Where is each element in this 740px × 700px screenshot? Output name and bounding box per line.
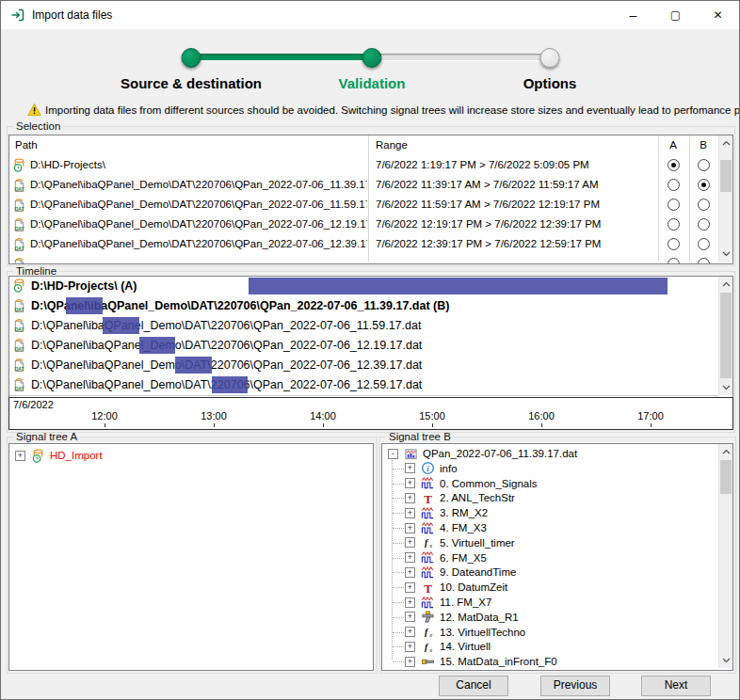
tree-expander[interactable]: + [405,537,415,548]
hd-store-icon [12,278,26,293]
close-button[interactable]: ✕ [697,1,739,29]
selection-table-row[interactable]: DATD:\QPanel\ibaQPanel_Demo\DAT\220706\Q… [9,235,718,256]
tree-expander[interactable]: + [405,582,415,593]
tree-node-label[interactable]: 2. ANL_TechStr [440,492,515,503]
tree-node-label[interactable]: 5. Virtuell_timer [440,537,515,549]
tree-expander[interactable]: + [405,642,415,652]
tree-b-scrollbar[interactable] [718,444,732,668]
selection-table-row[interactable]: D:\HD-Projects\7/6/2022 1:19:17 PM > 7/6… [9,156,718,177]
tree-node-label[interactable]: 0. Common_Signals [440,478,538,489]
selection-table-row[interactable]: DATD:\QPanel\ibaQPanel_Demo\DAT\220706\Q… [9,215,718,236]
tree-node-label[interactable]: 10. DatumZeit [440,581,507,593]
dat-file-icon: DAT [12,318,26,332]
radio-a[interactable] [668,179,680,191]
tree-expander[interactable]: - [388,449,398,459]
radio-b[interactable] [698,179,710,191]
tree-node-label[interactable]: 12. MatData_R1 [440,612,519,623]
tree-node-label[interactable]: info [440,463,458,474]
hd-store-icon [31,449,45,463]
tree-node-label[interactable]: 3. RM_X2 [440,507,488,518]
tree-node[interactable]: +15. MatData_inFront_F0 [405,654,557,669]
tree-node[interactable]: +fx13. VirtuellTechno [405,625,525,640]
scroll-up-icon[interactable] [719,277,732,292]
radio-a[interactable] [668,258,680,264]
tree-expander[interactable]: + [405,478,415,488]
fx-icon: fx [421,535,435,549]
radio-b[interactable] [698,199,710,211]
scroll-up-icon[interactable] [719,135,732,151]
tree-node-label[interactable]: 9. DateandTime [440,566,516,578]
tree-node[interactable]: +0. Common_Signals [405,476,538,491]
radio-a[interactable] [668,218,680,231]
selection-table-row[interactable]: DATD:\QPanel\ibaQPanel_Demo\DAT\220706\Q… [9,176,718,197]
scroll-down-icon[interactable] [719,380,732,395]
tree-node-label[interactable]: 4. FM_X3 [440,522,487,533]
tree-node[interactable]: +4. FM_X3 [405,520,487,535]
tree-expander[interactable]: + [405,657,415,667]
radio-a[interactable] [668,238,680,250]
radio-a[interactable] [668,159,680,171]
radio-b[interactable] [698,258,710,264]
maximize-button[interactable]: ▢ [654,1,697,29]
tree-node[interactable]: +iinfo [405,461,458,476]
next-button[interactable]: Next [641,676,711,696]
tree-expander[interactable]: + [405,597,415,608]
tree-expander[interactable]: + [405,627,415,637]
tree-expander[interactable]: + [405,523,415,533]
tree-node-label[interactable]: 15. MatData_inFront_F0 [440,656,557,667]
scrollbar-thumb[interactable] [720,293,732,378]
tree-node[interactable]: +T2. ANL_TechStr [405,490,515,505]
tree-node[interactable]: +12. MatData_R1 [405,610,519,625]
radio-b[interactable] [698,218,710,231]
scrollbar-thumb[interactable] [720,160,732,192]
column-header-path: Path [15,139,38,151]
tree-expander[interactable]: + [15,451,25,461]
radio-a[interactable] [668,199,680,211]
tree-node[interactable]: -QPan_2022-07-06_11.39.17.dat [388,446,577,461]
tree-node-label[interactable]: QPan_2022-07-06_11.39.17.dat [423,448,577,459]
tree-node-label[interactable]: 13. VirtuellTechno [440,627,525,638]
tree-node[interactable]: +3. RM_X2 [405,505,488,520]
tree-node[interactable]: +T10. DatumZeit [405,580,507,595]
scroll-down-icon[interactable] [719,653,732,668]
scroll-down-icon[interactable] [719,247,732,262]
tree-expander[interactable]: + [405,508,415,518]
tree-node[interactable]: +11. FM_X7 [405,595,491,610]
tree-node-label[interactable]: HD_Import [50,450,103,461]
scroll-up-icon[interactable] [719,444,732,459]
tree-node-label[interactable]: 11. FM_X7 [440,597,491,608]
svg-text:DAT: DAT [15,246,25,251]
tree-expander[interactable]: + [405,567,415,578]
tree-node-label[interactable]: 14. Virtuell [440,641,491,652]
range-cell: 7/6/2022 1:19:17 PM > 7/6/2022 5:09:05 P… [376,159,656,170]
path-cell: D:\QPanel\ibaQPanel_Demo\DAT\220706\QPan… [30,218,367,230]
tree-expander[interactable]: + [405,552,415,563]
tree-node[interactable]: +9. DateandTime [405,565,516,580]
range-cell: 7/6/2022 12:39:17 PM > 7/6/2022 12:59:17… [376,238,656,249]
timeline-range-bar [66,297,103,314]
tree-node[interactable]: +fx5. Virtuell_timer [405,535,515,550]
tree-expander[interactable]: + [405,493,415,503]
tree-expander[interactable]: + [405,463,415,473]
timeline-range-bar [175,357,212,374]
timeline-row: D:\HD-Projects\ (A) [9,277,718,297]
tree-node[interactable]: +6. FM_X5 [405,550,487,565]
tree-node[interactable]: +fx14. Virtuell [405,639,491,654]
tree-node-label[interactable]: 6. FM_X5 [440,552,487,564]
selection-scrollbar[interactable] [718,135,732,262]
text-signal-icon: T [421,581,435,595]
path-cell: D:\QPanel\ibaQPanel_Demo\DAT\220706\QPan… [30,199,367,210]
timeline-range-bar [249,278,668,294]
radio-b[interactable] [698,238,710,250]
previous-button[interactable]: Previous [540,676,610,696]
radio-b[interactable] [698,159,710,171]
svg-text:DAT: DAT [15,226,25,231]
tree-expander[interactable]: + [405,612,415,622]
timeline-scrollbar[interactable] [718,277,732,395]
cancel-button[interactable]: Cancel [439,676,508,696]
minimize-button[interactable]: – [612,1,654,29]
tree-node[interactable]: +HD_Import [15,448,103,463]
selection-table-row[interactable]: DAT [9,255,718,264]
scrollbar-thumb[interactable] [720,460,732,494]
selection-table-row[interactable]: DATD:\QPanel\ibaQPanel_Demo\DAT\220706\Q… [9,196,718,216]
